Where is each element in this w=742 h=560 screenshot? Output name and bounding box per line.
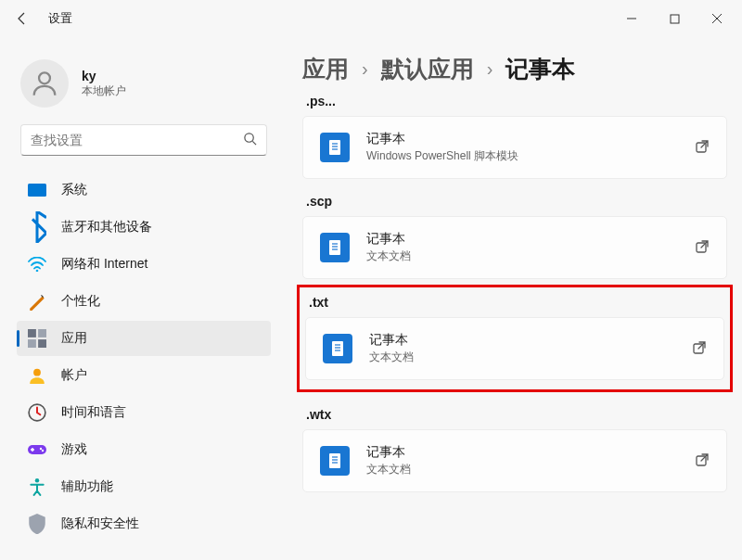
- close-button[interactable]: [696, 0, 738, 37]
- card-description: 文本文档: [369, 350, 692, 365]
- sidebar-item-accounts[interactable]: 帐户: [17, 358, 271, 393]
- apps-icon: [28, 329, 46, 348]
- svg-rect-10: [38, 339, 46, 348]
- sidebar: ky 本地帐户 系统 蓝牙和其他设备 网络和 Internet 个性化 应用 帐…: [0, 37, 278, 560]
- association-group: .ps... 记事本 Windows PowerShell 脚本模块: [302, 97, 727, 179]
- breadcrumb-apps[interactable]: 应用: [302, 54, 349, 84]
- card-app-name: 记事本: [369, 332, 692, 349]
- maximize-button[interactable]: [653, 0, 696, 37]
- breadcrumb-sep: ›: [487, 58, 493, 80]
- svg-point-15: [42, 450, 44, 452]
- sidebar-item-label: 系统: [61, 182, 87, 198]
- open-external-icon: [695, 452, 710, 470]
- card-text: 记事本 文本文档: [366, 231, 695, 264]
- search-input[interactable]: [31, 133, 243, 147]
- card-text: 记事本 Windows PowerShell 脚本模块: [366, 131, 695, 164]
- svg-rect-5: [28, 184, 46, 197]
- sidebar-item-system[interactable]: 系统: [17, 172, 271, 208]
- svg-rect-7: [28, 329, 36, 337]
- sidebar-item-label: 应用: [61, 330, 87, 347]
- window-title: 设置: [48, 10, 72, 27]
- svg-rect-17: [329, 140, 340, 155]
- back-button[interactable]: [4, 0, 41, 37]
- time-icon: [28, 403, 46, 422]
- svg-rect-9: [28, 339, 36, 348]
- breadcrumb-default-apps[interactable]: 默认应用: [381, 54, 474, 84]
- user-text: ky 本地帐户: [82, 69, 126, 99]
- sidebar-item-time[interactable]: 时间和语言: [17, 395, 271, 430]
- sidebar-item-label: 时间和语言: [61, 404, 126, 421]
- open-external-icon: [695, 139, 710, 157]
- breadcrumb-current: 记事本: [505, 54, 575, 84]
- sidebar-item-label: 隐私和安全性: [61, 515, 139, 532]
- association-card[interactable]: 记事本 文本文档: [305, 317, 724, 380]
- association-list: .ps... 记事本 Windows PowerShell 脚本模块 .scp …: [302, 97, 727, 492]
- association-group: .wtx 记事本 文本文档: [302, 407, 727, 492]
- titlebar: 设置: [0, 0, 742, 37]
- breadcrumb: 应用 › 默认应用 › 记事本: [302, 54, 727, 84]
- accessibility-icon: [28, 477, 46, 496]
- sidebar-item-privacy[interactable]: 隐私和安全性: [17, 506, 271, 541]
- sidebar-item-label: 网络和 Internet: [61, 256, 147, 273]
- personalize-icon: [28, 292, 46, 311]
- sidebar-item-label: 帐户: [61, 367, 87, 384]
- extension-label: .scp: [306, 194, 727, 209]
- person-icon: [29, 68, 60, 99]
- card-app-name: 记事本: [366, 231, 695, 248]
- notepad-icon: [320, 446, 350, 476]
- association-card[interactable]: 记事本 Windows PowerShell 脚本模块: [302, 116, 727, 179]
- minimize-button[interactable]: [610, 0, 653, 37]
- breadcrumb-sep: ›: [362, 58, 368, 80]
- svg-rect-32: [329, 453, 340, 468]
- card-description: 文本文档: [366, 248, 695, 264]
- association-card[interactable]: 记事本 文本文档: [302, 216, 727, 279]
- sidebar-item-label: 个性化: [61, 293, 100, 310]
- svg-point-16: [35, 478, 39, 482]
- association-card[interactable]: 记事本 文本文档: [302, 429, 727, 492]
- sidebar-item-label: 游戏: [61, 441, 87, 458]
- sidebar-item-gaming[interactable]: 游戏: [17, 432, 271, 467]
- card-description: Windows PowerShell 脚本模块: [366, 148, 695, 164]
- card-description: 文本文档: [366, 462, 695, 477]
- card-text: 记事本 文本文档: [366, 444, 695, 477]
- svg-line-4: [252, 141, 256, 145]
- sidebar-item-accessibility[interactable]: 辅助功能: [17, 469, 271, 504]
- sidebar-item-personalize[interactable]: 个性化: [17, 284, 271, 319]
- open-external-icon: [695, 239, 710, 257]
- notepad-icon: [320, 133, 350, 162]
- svg-point-14: [40, 448, 42, 450]
- arrow-left-icon: [15, 11, 30, 26]
- svg-point-6: [36, 270, 39, 272]
- user-subtitle: 本地帐户: [82, 83, 126, 99]
- search-box[interactable]: [20, 124, 267, 156]
- gaming-icon: [28, 440, 46, 459]
- extension-label: .ps...: [306, 94, 727, 108]
- bluetooth-icon: [28, 218, 46, 236]
- user-block[interactable]: ky 本地帐户: [13, 46, 275, 124]
- svg-point-11: [33, 369, 41, 376]
- content: 应用 › 默认应用 › 记事本 .ps... 记事本 Windows Power…: [278, 37, 742, 560]
- extension-label: .txt: [309, 295, 724, 310]
- sidebar-item-network[interactable]: 网络和 Internet: [17, 247, 271, 282]
- svg-point-2: [39, 72, 50, 83]
- card-app-name: 记事本: [366, 131, 695, 147]
- svg-rect-8: [38, 329, 46, 337]
- notepad-icon: [323, 334, 352, 363]
- sidebar-item-bluetooth[interactable]: 蓝牙和其他设备: [17, 210, 271, 245]
- association-group: .scp 记事本 文本文档: [302, 194, 727, 279]
- svg-rect-22: [329, 240, 340, 255]
- user-name: ky: [82, 69, 126, 83]
- svg-rect-1: [671, 15, 679, 23]
- svg-rect-27: [332, 341, 343, 356]
- sidebar-item-label: 蓝牙和其他设备: [61, 219, 152, 235]
- svg-point-3: [245, 134, 253, 142]
- minimize-icon: [626, 13, 637, 24]
- avatar: [20, 59, 69, 108]
- sidebar-item-apps[interactable]: 应用: [17, 321, 271, 356]
- open-external-icon: [692, 340, 707, 358]
- privacy-icon: [28, 515, 46, 533]
- card-text: 记事本 文本文档: [369, 332, 692, 365]
- system-icon: [28, 181, 46, 199]
- card-app-name: 记事本: [366, 444, 695, 461]
- sidebar-item-label: 辅助功能: [61, 478, 113, 495]
